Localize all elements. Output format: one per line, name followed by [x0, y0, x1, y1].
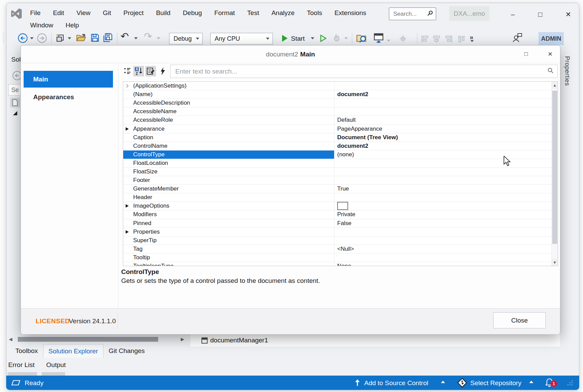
scroll-down-icon[interactable]: ▼	[552, 259, 558, 266]
grid-row[interactable]: AccessibleName	[123, 107, 552, 116]
property-value[interactable]	[334, 168, 552, 176]
search-input[interactable]	[393, 10, 423, 18]
new-project-button[interactable]	[55, 33, 65, 44]
dialog-sidebar-item-appearances[interactable]: Appearances	[24, 89, 113, 105]
property-value[interactable]	[334, 82, 552, 90]
start-button[interactable]: Start	[291, 35, 305, 42]
property-value[interactable]	[334, 236, 552, 245]
grid-row[interactable]: AppearancePageAppearance	[123, 125, 552, 133]
caret-up-icon[interactable]	[441, 381, 445, 383]
toolbar-overflow-caret-icon[interactable]	[470, 40, 474, 42]
dialog-close-x-button[interactable]: ✕	[545, 49, 555, 59]
menu-item-window[interactable]: Window	[30, 22, 53, 29]
dialog-sidebar-item-main[interactable]: Main	[24, 71, 113, 88]
grid-row[interactable]: (Name)document2	[123, 90, 552, 99]
image-options-box[interactable]	[337, 202, 348, 210]
dialog-maximize-button[interactable]: □	[521, 49, 531, 59]
grid-row[interactable]: AccessibleRoleDefault	[123, 116, 552, 125]
open-file-button[interactable]	[76, 33, 86, 44]
grid-row[interactable]: PinnedFalse	[123, 219, 552, 228]
undo-button[interactable]: ↶	[121, 31, 129, 41]
maximize-button[interactable]: □	[534, 8, 546, 21]
back-dropdown-caret-icon[interactable]	[30, 37, 34, 39]
menu-item-debug[interactable]: Debug	[183, 9, 202, 17]
property-value[interactable]	[334, 228, 552, 236]
menu-item-analyze[interactable]: Analyze	[271, 9, 295, 17]
admin-account-button[interactable]: ADMIN	[538, 32, 564, 45]
caret-up-icon[interactable]	[529, 381, 533, 383]
grid-row[interactable]: ModifiersPrivate	[123, 210, 552, 219]
grid-row[interactable]: GenerateMemberTrue	[123, 185, 552, 193]
grid-row[interactable]: SuperTip	[123, 236, 552, 245]
tab-git-changes[interactable]: Git Changes	[103, 344, 150, 358]
property-value[interactable]: Document (Tree View)	[334, 133, 552, 142]
close-window-button[interactable]: ✕	[562, 8, 574, 21]
add-to-source-control-button[interactable]: Add to Source Control	[364, 379, 428, 387]
property-value[interactable]: document2	[334, 142, 552, 150]
grid-row[interactable]: FloatLocation	[123, 159, 552, 168]
redo-caret-icon[interactable]	[157, 37, 160, 39]
categorized-view-button[interactable]	[122, 66, 132, 76]
property-value[interactable]: True	[334, 185, 552, 193]
grid-row[interactable]: ControlNamedocument2	[123, 142, 552, 151]
property-pages-button[interactable]	[145, 66, 156, 76]
panel-tab-output[interactable]: Output	[46, 361, 66, 369]
layout-caret-icon[interactable]	[387, 40, 390, 42]
grid-row[interactable]: Properties	[123, 228, 552, 236]
find-in-files-button[interactable]	[356, 33, 367, 44]
property-value[interactable]	[334, 176, 552, 184]
menu-item-git[interactable]: Git	[103, 9, 111, 17]
menu-item-extensions[interactable]: Extensions	[334, 9, 366, 17]
property-value[interactable]: PageAppearance	[334, 125, 552, 133]
grid-row[interactable]: ImageOptions	[123, 202, 552, 210]
expand-triangle-icon[interactable]	[126, 204, 129, 208]
scroll-right-icon[interactable]: ▶	[181, 337, 184, 342]
save-all-button[interactable]	[103, 33, 113, 44]
property-value[interactable]: Private	[334, 210, 552, 219]
tab-toolbox[interactable]: Toolbox	[10, 344, 43, 358]
solution-item-icon[interactable]	[10, 98, 20, 107]
property-value[interactable]	[334, 159, 552, 167]
quick-search-box[interactable]	[389, 8, 436, 20]
dialog-search-input[interactable]	[175, 67, 547, 76]
solution-configurations-dropdown[interactable]: Debug	[169, 33, 203, 44]
property-value[interactable]: <Null>	[334, 245, 552, 253]
menu-item-view[interactable]: View	[76, 9, 90, 17]
vertical-scrollbar[interactable]: ▲ ▼	[552, 82, 558, 266]
alphabetical-sort-button[interactable]: AZ	[134, 66, 144, 76]
menu-item-file[interactable]: File	[30, 9, 41, 17]
save-button[interactable]	[90, 33, 100, 44]
scrollbar-thumb[interactable]	[18, 337, 158, 342]
navigate-forward-button[interactable]	[37, 33, 47, 44]
property-value[interactable]	[334, 193, 552, 201]
new-project-caret-icon[interactable]	[68, 37, 71, 39]
grid-row[interactable]: Tooltip	[123, 253, 552, 262]
grid-row[interactable]: FloatSize	[123, 168, 552, 176]
grid-row[interactable]: Tag<Null>	[123, 245, 552, 253]
tab-solution-explorer[interactable]: Solution Explorer	[43, 344, 104, 358]
expand-chevron-icon[interactable]	[125, 84, 129, 88]
feedback-person-icon[interactable]	[512, 32, 523, 44]
menu-item-build[interactable]: Build	[156, 9, 170, 17]
scrollbar-thumb[interactable]	[552, 91, 557, 244]
solution-platforms-dropdown[interactable]: Any CPU	[210, 33, 273, 44]
document-manager-item[interactable]: documentManager1	[210, 337, 268, 344]
dialog-search-box[interactable]	[170, 65, 558, 78]
grid-row[interactable]: Header	[123, 193, 552, 202]
property-value[interactable]	[334, 107, 552, 116]
property-value[interactable]	[334, 99, 552, 107]
property-value[interactable]	[334, 253, 552, 262]
menu-item-edit[interactable]: Edit	[53, 9, 64, 17]
property-value[interactable]	[334, 202, 552, 210]
toolbar-grip[interactable]	[3, 34, 5, 43]
hot-reload-button[interactable]	[332, 34, 340, 44]
menu-item-tools[interactable]: Tools	[307, 9, 322, 17]
properties-panel-tab[interactable]: Properties	[563, 56, 571, 86]
grid-row[interactable]: Footer	[123, 176, 552, 185]
start-caret-icon[interactable]	[311, 37, 314, 39]
hot-reload-caret-icon[interactable]	[344, 37, 348, 39]
grid-row[interactable]: (ApplicationSettings)	[123, 82, 552, 90]
menu-item-test[interactable]: Test	[247, 9, 259, 17]
toolbar-overflow-button[interactable]: »	[470, 34, 473, 40]
navigate-back-button[interactable]	[18, 33, 28, 44]
